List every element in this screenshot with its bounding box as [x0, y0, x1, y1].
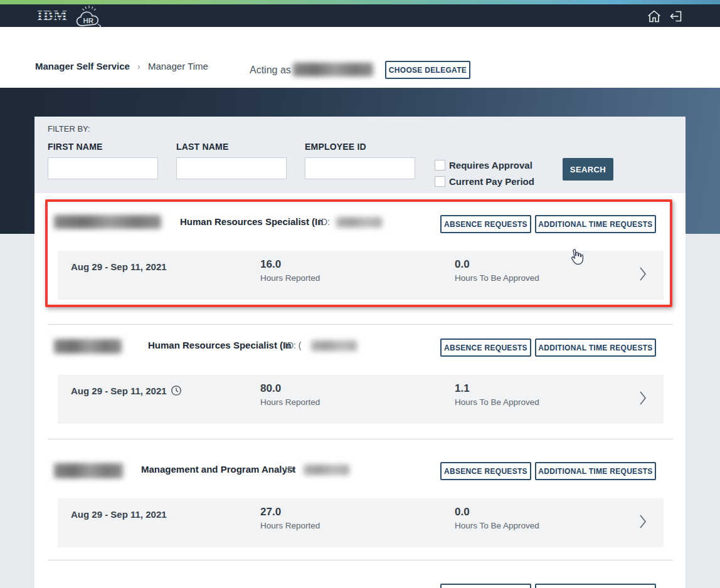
hours-to-approve-value: 0.0 — [455, 506, 470, 518]
employee-id-redacted — [304, 465, 349, 475]
row-divider — [48, 560, 673, 560]
home-icon[interactable] — [647, 9, 662, 24]
search-button[interactable]: SEARCH — [563, 158, 613, 181]
row-divider — [48, 324, 673, 325]
breadcrumb-separator-icon: › — [137, 61, 140, 71]
last-name-label: LAST NAME — [176, 142, 228, 152]
employee-id-label: EMPLOYEE ID — [305, 142, 366, 152]
hours-reported-value: 80.0 — [260, 382, 281, 395]
svg-text:IBM: IBM — [37, 8, 68, 23]
employee-title: Management and Program Analyst — [141, 464, 295, 475]
hours-to-approve-value: 1.1 — [455, 382, 470, 395]
pay-period-dates: Aug 29 - Sep 11, 2021 — [71, 509, 167, 520]
employee-id-label: ID: — [285, 465, 296, 475]
additional-time-requests-button[interactable]: ADDITIONAL TIME REQUESTS — [535, 339, 656, 357]
hours-reported-label: Hours Reported — [260, 397, 320, 407]
acting-as-name-redacted — [293, 63, 373, 76]
svg-text:HR: HR — [83, 17, 94, 24]
chevron-right-icon[interactable] — [638, 266, 647, 285]
employee-id-input[interactable] — [305, 157, 415, 179]
hours-reported-label: Hours Reported — [260, 521, 320, 530]
hours-to-approve-label: Hours To Be Approved — [455, 397, 539, 407]
pay-period-row[interactable]: Aug 29 - Sep 11, 2021 80.0 Hours Reporte… — [58, 375, 664, 424]
last-name-input[interactable] — [176, 157, 287, 179]
ibm-logo: IBM — [36, 7, 70, 27]
hours-reported-label: Hours Reported — [260, 273, 320, 283]
employee-name-redacted — [54, 215, 161, 229]
logout-icon[interactable] — [668, 9, 683, 24]
pay-period-dates: Aug 29 - Sep 11, 2021 — [71, 386, 167, 396]
pay-period-dates: Aug 29 - Sep 11, 2021 — [71, 261, 167, 272]
requires-approval-label: Requires Approval — [449, 160, 532, 171]
manager-time-screen: IBM HR — [0, 0, 720, 588]
filter-heading: FILTER BY: — [48, 124, 90, 134]
top-navbar: IBM HR — [0, 4, 720, 27]
breadcrumb-root[interactable]: Manager Self Service — [35, 61, 130, 71]
hours-reported-value: 27.0 — [260, 506, 281, 518]
current-pay-period-checkbox[interactable] — [435, 176, 445, 187]
additional-time-requests-button[interactable]: ADDITIONAL TIME REQUESTS — [535, 215, 656, 233]
hours-reported-value: 16.0 — [260, 258, 281, 271]
hours-to-approve-value: 0.0 — [455, 258, 470, 271]
employee-name-redacted — [54, 463, 123, 478]
absence-requests-button[interactable] — [440, 584, 531, 588]
employee-title: Human Resources Specialist (In — [148, 340, 291, 350]
current-pay-period-label: Current Pay Period — [449, 176, 534, 187]
pay-period-row[interactable]: Aug 29 - Sep 11, 2021 16.0 Hours Reporte… — [58, 251, 664, 300]
breadcrumb: Manager Self Service › Manager Time — [35, 61, 208, 71]
hours-to-approve-label: Hours To Be Approved — [455, 521, 539, 530]
absence-requests-button[interactable]: ABSENCE REQUESTS — [440, 215, 531, 233]
employee-name-redacted — [54, 339, 122, 354]
absence-requests-button[interactable]: ABSENCE REQUESTS — [440, 339, 531, 357]
employee-id-label: ID: — [319, 217, 330, 227]
first-name-label: FIRST NAME — [48, 142, 103, 152]
pay-period-row[interactable]: Aug 29 - Sep 11, 2021 27.0 Hours Reporte… — [58, 498, 664, 547]
clock-icon — [171, 385, 182, 399]
hours-to-approve-label: Hours To Be Approved — [455, 273, 539, 283]
employee-title: Human Resources Specialist (In — [180, 216, 323, 227]
additional-time-requests-button[interactable]: ADDITIONAL TIME REQUESTS — [535, 462, 656, 480]
header-whiteband: Manager Self Service › Manager Time — [0, 27, 720, 88]
additional-time-requests-button[interactable] — [535, 584, 656, 588]
acting-as-label: Acting as — [250, 65, 291, 76]
chevron-right-icon[interactable] — [638, 390, 647, 409]
absence-requests-button[interactable]: ABSENCE REQUESTS — [440, 462, 531, 480]
first-name-input[interactable] — [48, 157, 158, 179]
filter-section: FILTER BY: FIRST NAME LAST NAME EMPLOYEE… — [34, 117, 686, 193]
chevron-right-icon[interactable] — [638, 513, 647, 532]
employee-id-redacted — [311, 340, 357, 351]
choose-delegate-button[interactable]: CHOOSE DELEGATE — [385, 61, 470, 79]
breadcrumb-current: Manager Time — [148, 61, 208, 71]
brand-gradient-strip — [0, 0, 720, 4]
row-divider — [48, 439, 673, 439]
employee-id-redacted — [336, 217, 382, 228]
requires-approval-checkbox[interactable] — [435, 160, 445, 171]
employee-id-label: ID: ( — [285, 340, 301, 350]
